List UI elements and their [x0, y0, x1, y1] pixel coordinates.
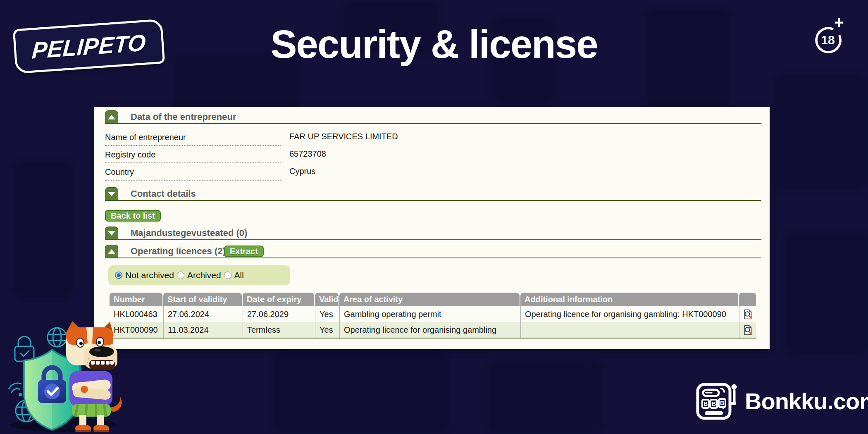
- view-licence-button[interactable]: [739, 322, 756, 338]
- pelipeto-logo-text: PELIPETO: [31, 29, 147, 64]
- cell-area: Gambling operating permit: [339, 306, 520, 322]
- document-magnifier-icon: [743, 325, 753, 335]
- field-label-country: Country: [105, 167, 134, 177]
- section-toggle-majandus[interactable]: [105, 227, 118, 240]
- field-divider: [105, 180, 281, 181]
- chevron-down-icon: [108, 231, 115, 236]
- col-header-expiry: Date of expiry: [243, 293, 314, 306]
- col-header-area: Area of activity: [339, 293, 520, 306]
- view-licence-button[interactable]: [739, 306, 756, 322]
- cell-valid: Yes: [315, 306, 339, 322]
- cell-start: 27.06.2024: [163, 306, 243, 322]
- section-title-entrepreneur: Data of the entrepreneur: [131, 110, 236, 124]
- section-toggle-entrepreneur[interactable]: [105, 110, 118, 124]
- slot-machine-icon: BBB: [695, 381, 738, 421]
- cell-additional: [520, 322, 739, 338]
- radio-not-archived[interactable]: [115, 272, 122, 279]
- registry-panel: Data of the entrepreneur Name of entrepr…: [94, 107, 770, 349]
- age-18-plus-icon: 18 +: [812, 17, 848, 54]
- bg-slot-shape: [785, 231, 868, 355]
- radio-label-all[interactable]: All: [234, 270, 244, 280]
- section-majandus: Majandustegevusteated (0): [94, 227, 770, 241]
- radio-label-archived[interactable]: Archived: [187, 270, 221, 280]
- field-value-registry-code: 65723708: [289, 149, 326, 159]
- section-toggle-contact[interactable]: [105, 187, 118, 200]
- col-header-start: Start of validity: [163, 293, 242, 306]
- col-header-actions: [739, 293, 756, 306]
- radio-archived[interactable]: [177, 272, 184, 279]
- table-row: HKL000463 27.06.2024 27.06.2029 Yes Gamb…: [110, 306, 756, 322]
- cell-start: 11.03.2024: [163, 322, 243, 338]
- svg-text:+: +: [834, 17, 844, 31]
- section-entrepreneur: Data of the entrepreneur: [94, 110, 770, 125]
- cell-expiry: Termless: [243, 322, 315, 338]
- document-magnifier-icon: [743, 309, 753, 320]
- section-contact: Contact details: [94, 187, 770, 202]
- radio-label-not-archived[interactable]: Not archived: [125, 270, 174, 280]
- chevron-up-icon: [108, 115, 115, 119]
- section-toggle-licences[interactable]: [105, 245, 118, 258]
- field-value-name: FAR UP SERVICES LIMITED: [289, 132, 398, 141]
- security-dog-mascot: [3, 319, 127, 434]
- field-divider: [105, 162, 281, 163]
- svg-text:18: 18: [821, 33, 835, 47]
- back-to-list-button[interactable]: Back to list: [105, 210, 161, 222]
- svg-text:B: B: [712, 401, 716, 407]
- cell-area: Operating licence for organising gamblin…: [339, 322, 520, 338]
- table-row: HKT000090 11.03.2024 Termless Yes Operat…: [110, 322, 756, 339]
- section-title-majandus: Majandustegevusteated (0): [131, 227, 247, 240]
- cell-valid: Yes: [315, 322, 339, 338]
- col-header-valid: Valid: [315, 293, 339, 306]
- bg-slot-shape: [773, 74, 868, 190]
- svg-text:B: B: [703, 401, 708, 407]
- chevron-up-icon: [108, 249, 115, 254]
- bonkku-brand: BBB Bonkku.com: [695, 381, 868, 421]
- svg-text:B: B: [720, 400, 724, 406]
- col-header-number: Number: [110, 293, 162, 306]
- bg-slot-shape: [488, 360, 603, 434]
- extract-button[interactable]: Extract: [224, 246, 264, 257]
- cell-additional: Operating licence for organising gamblin…: [520, 306, 739, 322]
- archive-filter-group: Not archived Archived All: [108, 265, 290, 285]
- section-licences: Operating licences (2) Extract: [94, 245, 770, 260]
- table-header-row: Number Start of validity Date of expiry …: [110, 293, 756, 306]
- section-underline: [105, 200, 761, 201]
- section-title-contact: Contact details: [131, 187, 196, 200]
- field-label-name: Name of entrepreneur: [105, 133, 186, 142]
- radio-all[interactable]: [224, 272, 231, 279]
- bg-slot-shape: [12, 161, 74, 298]
- licences-table: Number Start of validity Date of expiry …: [110, 293, 756, 339]
- field-value-country: Cyprus: [289, 167, 315, 176]
- col-header-additional: Additional information: [520, 293, 738, 306]
- field-divider: [105, 145, 281, 146]
- section-title-licences: Operating licences (2): [131, 245, 226, 258]
- bg-slot-shape: [273, 351, 451, 434]
- field-label-registry-code: Registry code: [105, 150, 155, 160]
- bonkku-brand-text: Bonkku.com: [745, 388, 868, 415]
- chevron-down-icon: [108, 192, 115, 196]
- cell-expiry: 27.06.2029: [243, 306, 315, 322]
